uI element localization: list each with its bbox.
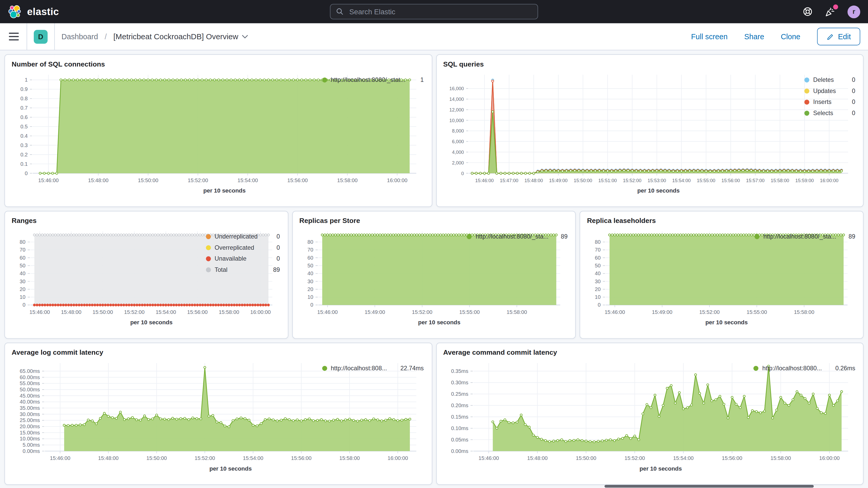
legend-item[interactable]: Total89 [206,266,280,274]
svg-text:15:54:00: 15:54:00 [156,309,176,315]
svg-text:25.00ms: 25.00ms [20,417,40,423]
svg-text:15:52:00: 15:52:00 [195,455,215,461]
edit-button[interactable]: Edit [817,28,860,45]
svg-text:16,000: 16,000 [449,86,464,91]
global-search[interactable] [330,4,538,20]
panel-title: Ranges [12,217,282,225]
legend-item[interactable]: http://localhost:8080/_sta...89 [754,233,855,241]
legend-item[interactable]: http://localhost:8080...0.26ms [753,364,855,373]
svg-text:60: 60 [307,255,313,261]
svg-text:20: 20 [20,286,26,292]
legend-swatch-icon [206,256,211,261]
menu-button[interactable] [8,31,20,42]
legend-item[interactable]: Overreplicated0 [206,243,280,252]
svg-text:15:56:00: 15:56:00 [291,455,312,461]
legend-item[interactable]: Unavailable0 [206,255,280,263]
svg-text:0.7: 0.7 [20,105,28,111]
svg-text:0.30ms: 0.30ms [451,379,468,385]
breadcrumb-dashboard[interactable]: Dashboard [61,32,98,41]
chart-sql-queries[interactable]: 16,00014,00012,00010,0008,0006,0004,0002… [442,69,804,203]
svg-text:15:46:00: 15:46:00 [38,178,59,183]
legend-item[interactable]: http://localhost:808...22.74ms [322,364,424,373]
chevron-down-icon[interactable] [242,35,248,38]
search-icon [336,8,344,16]
svg-text:0.00ms: 0.00ms [451,448,468,454]
legend-item[interactable]: http://localhost:8080/_sta...89 [467,233,567,241]
svg-text:per 10 seconds: per 10 seconds [210,465,252,472]
svg-text:15:46:00: 15:46:00 [475,178,494,183]
page-title-text: [Metricbeat CockroachDB] Overview [113,32,238,41]
legend-swatch-icon [804,89,809,94]
svg-text:15:49:00: 15:49:00 [652,309,673,315]
breadcrumb-separator: / [105,32,107,41]
svg-text:0.3: 0.3 [20,143,28,148]
svg-text:0.10ms: 0.10ms [451,425,468,431]
svg-text:70: 70 [307,247,313,252]
chart-sql-connections[interactable]: 10.90.80.70.60.50.40.30.20.1015:46:0015:… [10,69,322,203]
chart-legend: Deletes0Updates0Inserts0Selects0 [804,69,857,203]
dashboard-app-badge[interactable]: D [34,30,48,43]
svg-text:70: 70 [20,247,26,252]
legend-item[interactable]: http://localhost:8080/_stat...1 [322,76,424,84]
legend-item[interactable]: Underreplicated0 [206,233,280,241]
legend-label: http://localhost:8080/_stat... [331,76,416,84]
panel-title: Replica leaseholders [587,217,858,225]
svg-text:10,000: 10,000 [449,118,464,123]
chart-ranges[interactable]: 8070605040302010015:46:0015:48:0015:50:0… [10,226,206,335]
svg-text:15:53:00: 15:53:00 [647,178,666,183]
svg-text:40: 40 [307,271,313,276]
legend-label: Overreplicated [215,243,273,252]
legend-swatch-icon [467,234,472,239]
svg-text:0: 0 [23,302,26,308]
legend-label: Selects [813,109,848,118]
top-bar: elastic [0,0,868,23]
clone-button[interactable]: Clone [781,32,800,41]
horizontal-scrollbar-thumb[interactable] [604,485,814,488]
legend-swatch-icon [322,366,327,371]
panel-title: Average log commit latency [12,349,426,357]
panel-replica-leaseholders: Replica leaseholders 8070605040302010015… [580,211,864,339]
svg-text:60: 60 [20,255,26,261]
legend-value: 0 [852,87,855,95]
legend-label: http://localhost:8080/_sta... [763,233,845,241]
legend-item[interactable]: Inserts0 [804,98,855,106]
svg-text:per 10 seconds: per 10 seconds [130,319,173,326]
svg-text:55.00ms: 55.00ms [20,380,40,386]
panel-replicas-per-store: Replicas per Store 8070605040302010015:4… [292,211,576,339]
chart-command-commit-latency[interactable]: 0.35ms0.30ms0.25ms0.20ms0.15ms0.10ms0.05… [442,358,753,481]
legend-value: 22.74ms [401,364,424,373]
svg-text:15:48:00: 15:48:00 [88,178,108,183]
legend-item[interactable]: Selects0 [804,109,855,118]
svg-text:60: 60 [595,255,600,261]
svg-text:per 10 seconds: per 10 seconds [706,319,748,326]
svg-text:15.00ms: 15.00ms [20,430,40,435]
legend-swatch-icon [804,99,809,104]
share-button[interactable]: Share [744,32,764,41]
chart-log-commit-latency[interactable]: 65.00ms60.00ms55.00ms50.00ms45.00ms40.00… [10,358,322,481]
svg-text:80: 80 [595,239,600,245]
chart-replica-leaseholders[interactable]: 8070605040302010015:46:0015:49:0015:52:0… [586,226,754,335]
legend-item[interactable]: Updates0 [804,87,855,95]
search-input[interactable] [348,7,532,17]
news-feed-button[interactable] [825,6,835,17]
legend-label: Deletes [813,76,848,84]
svg-text:4,000: 4,000 [452,149,464,155]
topbar-right-controls: r [803,5,861,18]
svg-text:15:56:00: 15:56:00 [722,455,742,461]
divider [27,23,27,50]
elastic-logo-icon[interactable] [8,4,22,19]
legend-item[interactable]: Deletes0 [804,76,855,84]
full-screen-button[interactable]: Full screen [691,32,728,41]
svg-text:50.00ms: 50.00ms [20,387,40,392]
pencil-icon [827,33,834,40]
svg-text:15:46:00: 15:46:00 [317,309,338,315]
svg-text:15:46:00: 15:46:00 [29,309,50,315]
svg-text:0: 0 [598,302,601,308]
user-avatar[interactable]: r [847,5,860,18]
svg-text:15:56:00: 15:56:00 [187,309,208,315]
legend-label: http://localhost:808... [331,364,397,373]
chart-replicas-per-store[interactable]: 8070605040302010015:46:0015:49:0015:52:0… [298,226,467,335]
svg-text:15:52:00: 15:52:00 [623,178,641,183]
help-button[interactable] [803,7,813,17]
svg-text:0.4: 0.4 [20,133,28,139]
